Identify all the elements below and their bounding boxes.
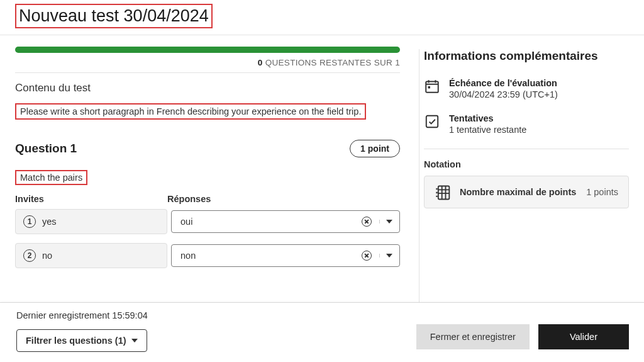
- svg-rect-2: [426, 116, 438, 127]
- column-separator: [419, 49, 419, 302]
- question-points-pill: 1 point: [350, 140, 400, 157]
- attempts-value: 1 tentative restante: [449, 125, 526, 135]
- response-select[interactable]: non: [171, 244, 400, 267]
- notation-label: Nombre maximal de points: [460, 187, 577, 197]
- progress-bar: [15, 47, 400, 53]
- progress-label: QUESTIONS RESTANTES SUR 1: [265, 58, 400, 67]
- svg-rect-1: [428, 86, 430, 88]
- chevron-down-icon: [131, 339, 138, 342]
- response-value: non: [180, 251, 362, 261]
- invite-cell: 2 no: [15, 243, 167, 268]
- notation-value: 1 points: [586, 187, 618, 197]
- filter-label: Filtrer les questions (1): [26, 336, 126, 346]
- column-header-reponses: Réponses: [167, 194, 400, 204]
- sidebar-divider: [424, 149, 629, 149]
- page-title: Nouveau test 30/04/2024: [15, 4, 213, 28]
- sidebar-title: Informations complémentaires: [424, 49, 629, 63]
- svg-rect-0: [426, 81, 438, 92]
- question-instruction: Match the pairs: [15, 170, 87, 185]
- filter-questions-button[interactable]: Filtrer les questions (1): [16, 329, 147, 352]
- content-description: Please write a short paragraph in French…: [15, 103, 366, 120]
- info-due-date: Échéance de l'évaluation 30/04/2024 23:5…: [424, 78, 629, 99]
- response-value: oui: [180, 217, 362, 227]
- progress-text: 0 QUESTIONS RESTANTES SUR 1: [15, 58, 400, 67]
- clear-icon[interactable]: [362, 251, 372, 261]
- rubric-icon: [435, 184, 451, 200]
- due-label: Échéance de l'évaluation: [449, 78, 558, 88]
- main-column: 0 QUESTIONS RESTANTES SUR 1 Contenu du t…: [0, 35, 404, 277]
- checkbox-icon: [424, 113, 440, 130]
- footer-bar: Dernier enregistrement 15:59:04 Filtrer …: [0, 302, 644, 362]
- pair-row: 1 yes oui: [15, 209, 400, 234]
- chevron-down-icon: [386, 220, 392, 223]
- calendar-icon: [424, 78, 440, 94]
- question-title: Question 1: [15, 142, 77, 156]
- invite-text: yes: [42, 217, 57, 227]
- invite-number: 2: [23, 249, 36, 262]
- invite-text: no: [42, 251, 52, 261]
- clear-icon[interactable]: [362, 217, 372, 227]
- last-saved-text: Dernier enregistrement 15:59:04: [16, 310, 148, 320]
- close-and-save-button[interactable]: Fermer et enregistrer: [416, 324, 530, 349]
- pair-row: 2 no non: [15, 243, 400, 268]
- chevron-down-icon: [386, 254, 392, 257]
- info-attempts: Tentatives 1 tentative restante: [424, 113, 629, 135]
- progress-count: 0: [258, 58, 263, 67]
- attempts-label: Tentatives: [449, 113, 526, 123]
- invite-cell: 1 yes: [15, 209, 167, 234]
- progress-divider: [15, 72, 400, 73]
- column-header-invites: Invites: [15, 194, 167, 204]
- sidebar-column: Informations complémentaires Échéance de…: [404, 35, 644, 277]
- content-heading: Contenu du test: [15, 82, 400, 94]
- svg-rect-3: [438, 186, 450, 200]
- invite-number: 1: [23, 215, 36, 228]
- notation-box: Nombre maximal de points 1 points: [424, 176, 629, 208]
- response-select[interactable]: oui: [171, 210, 400, 233]
- submit-button[interactable]: Valider: [538, 324, 629, 349]
- notation-heading: Notation: [424, 159, 629, 169]
- due-value: 30/04/2024 23:59 (UTC+1): [449, 89, 558, 99]
